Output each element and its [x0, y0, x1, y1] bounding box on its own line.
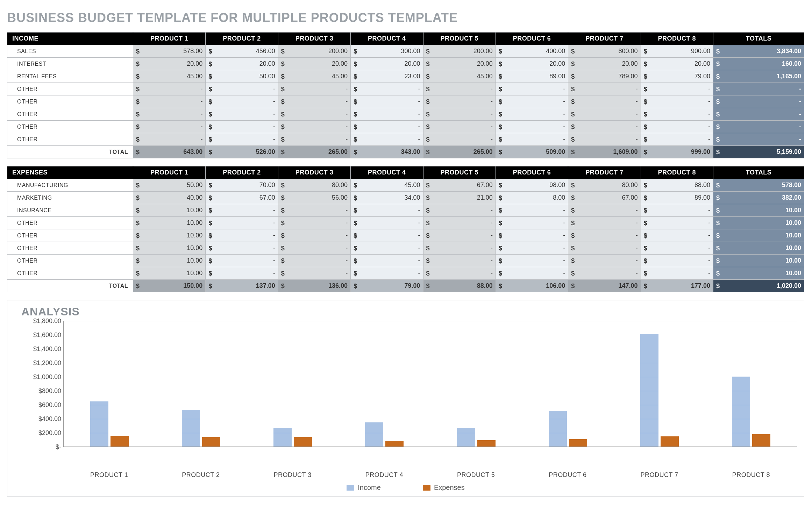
value-cell[interactable]: $-: [423, 267, 496, 280]
value-cell[interactable]: $88.00: [423, 280, 496, 292]
value-cell[interactable]: $200.00: [423, 45, 496, 58]
value-cell[interactable]: $-: [206, 121, 278, 133]
value-cell[interactable]: $-: [423, 95, 496, 108]
value-cell[interactable]: $-: [423, 242, 496, 255]
value-cell[interactable]: $98.00: [496, 179, 568, 192]
value-cell[interactable]: $-: [641, 95, 713, 108]
value-cell[interactable]: $-: [278, 242, 350, 255]
value-cell[interactable]: $-: [206, 229, 278, 242]
value-cell[interactable]: $-: [423, 108, 496, 121]
value-cell[interactable]: $67.00: [206, 192, 278, 204]
value-cell[interactable]: $45.00: [423, 70, 496, 83]
value-cell[interactable]: $-: [351, 217, 423, 229]
value-cell[interactable]: $-: [351, 229, 423, 242]
value-cell[interactable]: $10.00: [133, 229, 206, 242]
value-cell[interactable]: $-: [568, 267, 641, 280]
value-cell[interactable]: $-: [278, 267, 350, 280]
value-cell[interactable]: $526.00: [206, 146, 278, 158]
value-cell[interactable]: $-: [206, 267, 278, 280]
value-cell[interactable]: $-: [206, 108, 278, 121]
value-cell[interactable]: $-: [496, 204, 568, 217]
value-cell[interactable]: $67.00: [423, 179, 496, 192]
value-cell[interactable]: $20.00: [278, 58, 350, 70]
value-cell[interactable]: $643.00: [133, 146, 206, 158]
value-cell[interactable]: $-: [496, 121, 568, 133]
value-cell[interactable]: $10.00: [133, 204, 206, 217]
value-cell[interactable]: $88.00: [641, 179, 713, 192]
value-cell[interactable]: $-: [351, 95, 423, 108]
value-cell[interactable]: $-: [496, 267, 568, 280]
value-cell[interactable]: $-: [423, 255, 496, 267]
value-cell[interactable]: $80.00: [568, 179, 641, 192]
value-cell[interactable]: $70.00: [206, 179, 278, 192]
value-cell[interactable]: $147.00: [568, 280, 641, 292]
value-cell[interactable]: $-: [423, 217, 496, 229]
value-cell[interactable]: $20.00: [641, 58, 713, 70]
value-cell[interactable]: $-: [206, 204, 278, 217]
value-cell[interactable]: $456.00: [206, 45, 278, 58]
value-cell[interactable]: $-: [641, 255, 713, 267]
value-cell[interactable]: $-: [496, 242, 568, 255]
value-cell[interactable]: $50.00: [133, 179, 206, 192]
value-cell[interactable]: $-: [568, 83, 641, 95]
value-cell[interactable]: $-: [133, 133, 206, 146]
value-cell[interactable]: $-: [496, 83, 568, 95]
value-cell[interactable]: $-: [641, 242, 713, 255]
value-cell[interactable]: $34.00: [351, 192, 423, 204]
value-cell[interactable]: $400.00: [496, 45, 568, 58]
value-cell[interactable]: $-: [278, 83, 350, 95]
value-cell[interactable]: $-: [206, 242, 278, 255]
value-cell[interactable]: $-: [206, 255, 278, 267]
value-cell[interactable]: $-: [496, 133, 568, 146]
value-cell[interactable]: $-: [351, 83, 423, 95]
value-cell[interactable]: $89.00: [641, 192, 713, 204]
value-cell[interactable]: $10.00: [133, 267, 206, 280]
value-cell[interactable]: $509.00: [496, 146, 568, 158]
value-cell[interactable]: $8.00: [496, 192, 568, 204]
value-cell[interactable]: $-: [133, 83, 206, 95]
value-cell[interactable]: $40.00: [133, 192, 206, 204]
value-cell[interactable]: $-: [423, 83, 496, 95]
value-cell[interactable]: $-: [641, 229, 713, 242]
value-cell[interactable]: $177.00: [641, 280, 713, 292]
value-cell[interactable]: $300.00: [351, 45, 423, 58]
value-cell[interactable]: $-: [423, 204, 496, 217]
value-cell[interactable]: $-: [351, 108, 423, 121]
value-cell[interactable]: $-: [641, 133, 713, 146]
value-cell[interactable]: $20.00: [133, 58, 206, 70]
value-cell[interactable]: $-: [641, 108, 713, 121]
value-cell[interactable]: $800.00: [568, 45, 641, 58]
value-cell[interactable]: $-: [568, 229, 641, 242]
value-cell[interactable]: $-: [568, 121, 641, 133]
value-cell[interactable]: $10.00: [133, 242, 206, 255]
value-cell[interactable]: $56.00: [278, 192, 350, 204]
value-cell[interactable]: $-: [568, 204, 641, 217]
value-cell[interactable]: $80.00: [278, 179, 350, 192]
value-cell[interactable]: $-: [641, 267, 713, 280]
value-cell[interactable]: $-: [206, 217, 278, 229]
value-cell[interactable]: $150.00: [133, 280, 206, 292]
value-cell[interactable]: $-: [496, 95, 568, 108]
value-cell[interactable]: $343.00: [351, 146, 423, 158]
value-cell[interactable]: $137.00: [206, 280, 278, 292]
value-cell[interactable]: $-: [423, 133, 496, 146]
value-cell[interactable]: $-: [278, 121, 350, 133]
value-cell[interactable]: $-: [351, 242, 423, 255]
value-cell[interactable]: $20.00: [351, 58, 423, 70]
value-cell[interactable]: $-: [133, 95, 206, 108]
value-cell[interactable]: $-: [206, 95, 278, 108]
value-cell[interactable]: $-: [568, 95, 641, 108]
value-cell[interactable]: $-: [641, 121, 713, 133]
value-cell[interactable]: $45.00: [351, 179, 423, 192]
value-cell[interactable]: $10.00: [133, 255, 206, 267]
value-cell[interactable]: $-: [278, 204, 350, 217]
value-cell[interactable]: $-: [568, 242, 641, 255]
value-cell[interactable]: $-: [278, 108, 350, 121]
value-cell[interactable]: $-: [278, 255, 350, 267]
value-cell[interactable]: $-: [278, 95, 350, 108]
value-cell[interactable]: $789.00: [568, 70, 641, 83]
value-cell[interactable]: $999.00: [641, 146, 713, 158]
value-cell[interactable]: $-: [568, 133, 641, 146]
value-cell[interactable]: $-: [133, 108, 206, 121]
value-cell[interactable]: $-: [568, 255, 641, 267]
